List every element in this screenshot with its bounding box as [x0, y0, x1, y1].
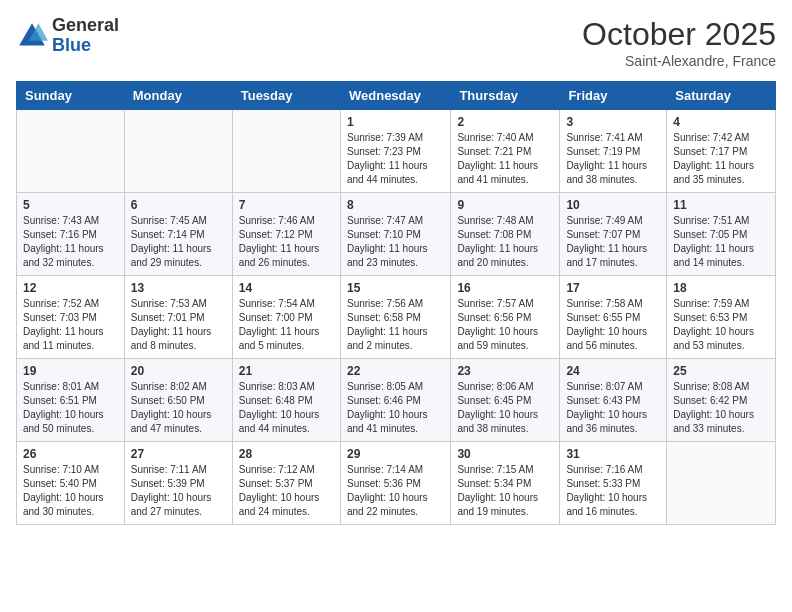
calendar-cell: 3Sunrise: 7:41 AMSunset: 7:19 PMDaylight… — [560, 110, 667, 193]
day-number: 5 — [23, 198, 118, 212]
day-number: 13 — [131, 281, 226, 295]
day-number: 31 — [566, 447, 660, 461]
day-info: Sunrise: 8:08 AMSunset: 6:42 PMDaylight:… — [673, 380, 769, 436]
day-number: 4 — [673, 115, 769, 129]
calendar-cell: 27Sunrise: 7:11 AMSunset: 5:39 PMDayligh… — [124, 442, 232, 525]
calendar-week-row: 19Sunrise: 8:01 AMSunset: 6:51 PMDayligh… — [17, 359, 776, 442]
calendar-cell: 29Sunrise: 7:14 AMSunset: 5:36 PMDayligh… — [340, 442, 450, 525]
day-info: Sunrise: 7:52 AMSunset: 7:03 PMDaylight:… — [23, 297, 118, 353]
day-info: Sunrise: 7:53 AMSunset: 7:01 PMDaylight:… — [131, 297, 226, 353]
day-info: Sunrise: 7:39 AMSunset: 7:23 PMDaylight:… — [347, 131, 444, 187]
calendar-week-row: 12Sunrise: 7:52 AMSunset: 7:03 PMDayligh… — [17, 276, 776, 359]
calendar-cell: 14Sunrise: 7:54 AMSunset: 7:00 PMDayligh… — [232, 276, 340, 359]
calendar-cell — [232, 110, 340, 193]
day-info: Sunrise: 7:14 AMSunset: 5:36 PMDaylight:… — [347, 463, 444, 519]
calendar-cell: 5Sunrise: 7:43 AMSunset: 7:16 PMDaylight… — [17, 193, 125, 276]
day-number: 22 — [347, 364, 444, 378]
logo-blue: Blue — [52, 36, 119, 56]
day-info: Sunrise: 7:56 AMSunset: 6:58 PMDaylight:… — [347, 297, 444, 353]
logo-icon — [16, 20, 48, 52]
day-number: 10 — [566, 198, 660, 212]
day-number: 12 — [23, 281, 118, 295]
day-info: Sunrise: 7:46 AMSunset: 7:12 PMDaylight:… — [239, 214, 334, 270]
calendar-cell: 25Sunrise: 8:08 AMSunset: 6:42 PMDayligh… — [667, 359, 776, 442]
day-info: Sunrise: 7:42 AMSunset: 7:17 PMDaylight:… — [673, 131, 769, 187]
header-thursday: Thursday — [451, 82, 560, 110]
day-info: Sunrise: 7:51 AMSunset: 7:05 PMDaylight:… — [673, 214, 769, 270]
day-info: Sunrise: 8:01 AMSunset: 6:51 PMDaylight:… — [23, 380, 118, 436]
day-info: Sunrise: 7:43 AMSunset: 7:16 PMDaylight:… — [23, 214, 118, 270]
calendar-week-row: 5Sunrise: 7:43 AMSunset: 7:16 PMDaylight… — [17, 193, 776, 276]
calendar-cell: 30Sunrise: 7:15 AMSunset: 5:34 PMDayligh… — [451, 442, 560, 525]
day-info: Sunrise: 7:58 AMSunset: 6:55 PMDaylight:… — [566, 297, 660, 353]
calendar-cell — [667, 442, 776, 525]
calendar-cell: 9Sunrise: 7:48 AMSunset: 7:08 PMDaylight… — [451, 193, 560, 276]
day-number: 17 — [566, 281, 660, 295]
day-number: 21 — [239, 364, 334, 378]
calendar-cell: 8Sunrise: 7:47 AMSunset: 7:10 PMDaylight… — [340, 193, 450, 276]
day-info: Sunrise: 7:41 AMSunset: 7:19 PMDaylight:… — [566, 131, 660, 187]
day-info: Sunrise: 7:12 AMSunset: 5:37 PMDaylight:… — [239, 463, 334, 519]
day-info: Sunrise: 8:02 AMSunset: 6:50 PMDaylight:… — [131, 380, 226, 436]
logo: General Blue — [16, 16, 119, 56]
calendar-cell: 16Sunrise: 7:57 AMSunset: 6:56 PMDayligh… — [451, 276, 560, 359]
header-monday: Monday — [124, 82, 232, 110]
day-info: Sunrise: 7:40 AMSunset: 7:21 PMDaylight:… — [457, 131, 553, 187]
calendar-cell: 6Sunrise: 7:45 AMSunset: 7:14 PMDaylight… — [124, 193, 232, 276]
day-info: Sunrise: 8:06 AMSunset: 6:45 PMDaylight:… — [457, 380, 553, 436]
day-info: Sunrise: 7:59 AMSunset: 6:53 PMDaylight:… — [673, 297, 769, 353]
calendar-cell: 19Sunrise: 8:01 AMSunset: 6:51 PMDayligh… — [17, 359, 125, 442]
calendar-week-row: 1Sunrise: 7:39 AMSunset: 7:23 PMDaylight… — [17, 110, 776, 193]
day-number: 24 — [566, 364, 660, 378]
calendar-week-row: 26Sunrise: 7:10 AMSunset: 5:40 PMDayligh… — [17, 442, 776, 525]
calendar-cell: 22Sunrise: 8:05 AMSunset: 6:46 PMDayligh… — [340, 359, 450, 442]
calendar-table: SundayMondayTuesdayWednesdayThursdayFrid… — [16, 81, 776, 525]
header-tuesday: Tuesday — [232, 82, 340, 110]
day-info: Sunrise: 7:57 AMSunset: 6:56 PMDaylight:… — [457, 297, 553, 353]
header-friday: Friday — [560, 82, 667, 110]
calendar-cell: 26Sunrise: 7:10 AMSunset: 5:40 PMDayligh… — [17, 442, 125, 525]
day-number: 29 — [347, 447, 444, 461]
day-info: Sunrise: 7:10 AMSunset: 5:40 PMDaylight:… — [23, 463, 118, 519]
calendar-cell: 31Sunrise: 7:16 AMSunset: 5:33 PMDayligh… — [560, 442, 667, 525]
calendar-cell: 20Sunrise: 8:02 AMSunset: 6:50 PMDayligh… — [124, 359, 232, 442]
calendar-cell: 11Sunrise: 7:51 AMSunset: 7:05 PMDayligh… — [667, 193, 776, 276]
day-number: 16 — [457, 281, 553, 295]
day-number: 6 — [131, 198, 226, 212]
calendar-cell: 28Sunrise: 7:12 AMSunset: 5:37 PMDayligh… — [232, 442, 340, 525]
calendar-cell: 7Sunrise: 7:46 AMSunset: 7:12 PMDaylight… — [232, 193, 340, 276]
day-number: 23 — [457, 364, 553, 378]
day-number: 28 — [239, 447, 334, 461]
day-number: 15 — [347, 281, 444, 295]
day-number: 8 — [347, 198, 444, 212]
calendar-cell: 1Sunrise: 7:39 AMSunset: 7:23 PMDaylight… — [340, 110, 450, 193]
day-number: 2 — [457, 115, 553, 129]
header-wednesday: Wednesday — [340, 82, 450, 110]
calendar-cell: 23Sunrise: 8:06 AMSunset: 6:45 PMDayligh… — [451, 359, 560, 442]
logo-general: General — [52, 16, 119, 36]
calendar-header-row: SundayMondayTuesdayWednesdayThursdayFrid… — [17, 82, 776, 110]
day-info: Sunrise: 7:16 AMSunset: 5:33 PMDaylight:… — [566, 463, 660, 519]
day-info: Sunrise: 7:45 AMSunset: 7:14 PMDaylight:… — [131, 214, 226, 270]
calendar-cell: 17Sunrise: 7:58 AMSunset: 6:55 PMDayligh… — [560, 276, 667, 359]
day-number: 20 — [131, 364, 226, 378]
day-number: 9 — [457, 198, 553, 212]
day-info: Sunrise: 7:49 AMSunset: 7:07 PMDaylight:… — [566, 214, 660, 270]
day-info: Sunrise: 7:54 AMSunset: 7:00 PMDaylight:… — [239, 297, 334, 353]
day-info: Sunrise: 8:07 AMSunset: 6:43 PMDaylight:… — [566, 380, 660, 436]
day-number: 7 — [239, 198, 334, 212]
calendar-cell: 24Sunrise: 8:07 AMSunset: 6:43 PMDayligh… — [560, 359, 667, 442]
calendar-cell: 10Sunrise: 7:49 AMSunset: 7:07 PMDayligh… — [560, 193, 667, 276]
calendar-cell: 2Sunrise: 7:40 AMSunset: 7:21 PMDaylight… — [451, 110, 560, 193]
day-info: Sunrise: 7:15 AMSunset: 5:34 PMDaylight:… — [457, 463, 553, 519]
title-block: October 2025 Saint-Alexandre, France — [582, 16, 776, 69]
header-sunday: Sunday — [17, 82, 125, 110]
calendar-cell: 4Sunrise: 7:42 AMSunset: 7:17 PMDaylight… — [667, 110, 776, 193]
month-title: October 2025 — [582, 16, 776, 53]
calendar-cell — [17, 110, 125, 193]
day-info: Sunrise: 8:05 AMSunset: 6:46 PMDaylight:… — [347, 380, 444, 436]
calendar-cell: 15Sunrise: 7:56 AMSunset: 6:58 PMDayligh… — [340, 276, 450, 359]
day-info: Sunrise: 8:03 AMSunset: 6:48 PMDaylight:… — [239, 380, 334, 436]
day-number: 3 — [566, 115, 660, 129]
header-saturday: Saturday — [667, 82, 776, 110]
